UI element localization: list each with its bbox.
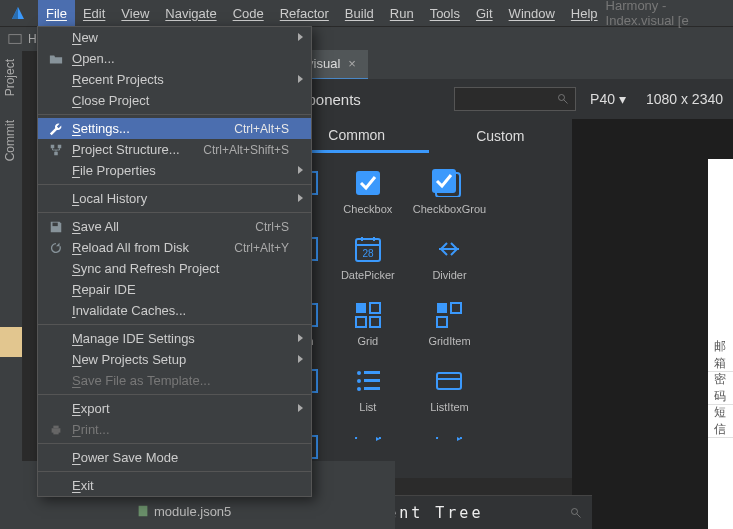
menu-item-label: Export [72,401,289,416]
svg-point-32 [572,509,578,515]
component-listitem[interactable]: ListItem [409,357,491,423]
chevron-right-icon [298,334,303,342]
menu-item-export[interactable]: Export [38,398,311,419]
blank-icon [48,331,64,347]
component-label: DatePicker [341,269,395,281]
menu-item-manage-ide-settings[interactable]: Manage IDE Settings [38,328,311,349]
menu-item-new-projects-setup[interactable]: New Projects Setup [38,349,311,370]
menu-code[interactable]: Code [225,0,272,26]
print-icon [48,422,64,438]
component-grid[interactable]: Grid [327,291,409,357]
menu-item-settings[interactable]: Settings...Ctrl+Alt+S [38,118,311,139]
menu-item-open[interactable]: Open... [38,48,311,69]
chevron-right-icon [298,166,303,174]
svg-rect-6 [432,169,456,193]
menu-view[interactable]: View [113,0,157,26]
menu-item-label: Repair IDE [72,282,289,297]
svg-rect-26 [364,379,380,382]
component-divider[interactable]: Divider [409,225,491,291]
blank-icon [48,401,64,417]
blank-icon [48,352,64,368]
blank-icon [48,30,64,46]
svg-rect-21 [437,317,447,327]
menu-item-save-all[interactable]: Save AllCtrl+S [38,216,311,237]
component-checkbox[interactable]: Checkbox [327,159,409,225]
components-grid: NCheckboxCheckboxGroun28DatePickerDivide… [285,153,572,478]
menu-item-label: Invalidate Caches... [72,303,289,318]
wrench-icon [48,121,64,137]
component-curve[interactable] [409,423,491,478]
list-icon [351,367,385,395]
menu-file[interactable]: File [38,0,75,26]
blank-icon [48,373,64,389]
menu-item-new[interactable]: New [38,27,311,48]
tab-custom[interactable]: Custom [429,119,573,153]
component-list[interactable]: List [327,357,409,423]
component-label: CheckboxGrou [413,203,486,215]
blank-icon [48,478,64,494]
gutter-tab-project[interactable]: Project [0,51,20,104]
svg-rect-19 [437,303,447,313]
menu-navigate[interactable]: Navigate [157,0,224,26]
svg-point-1 [559,95,565,101]
svg-point-25 [357,379,361,383]
checkbox-icon [351,169,385,197]
menu-refactor[interactable]: Refactor [272,0,337,26]
menu-item-power-save-mode[interactable]: Power Save Mode [38,447,311,468]
svg-rect-24 [364,371,380,374]
menu-window[interactable]: Window [501,0,563,26]
component-checkboxgroup[interactable]: CheckboxGrou [409,159,491,225]
menu-build[interactable]: Build [337,0,382,26]
gutter-highlight [0,327,22,357]
menu-item-label: Local History [72,191,289,206]
tree-row-file[interactable]: module.json5 [132,501,395,521]
window-title: Harmony - Index.visual [e [606,0,733,28]
svg-rect-4 [356,171,380,195]
menu-edit[interactable]: Edit [75,0,113,26]
svg-rect-42 [53,425,58,428]
menu-item-exit[interactable]: Exit [38,475,311,496]
svg-rect-38 [58,144,62,148]
menu-item-recent-projects[interactable]: Recent Projects [38,69,311,90]
menu-run[interactable]: Run [382,0,422,26]
menu-item-label: Sync and Refresh Project [72,261,289,276]
svg-rect-15 [356,303,366,313]
menu-item-label: Manage IDE Settings [72,331,289,346]
component-griditem[interactable]: GridItem [409,291,491,357]
menu-git[interactable]: Git [468,0,501,26]
app-logo-icon [8,4,28,22]
component-label: ListItem [430,401,469,413]
close-icon[interactable]: × [348,56,356,71]
svg-rect-40 [53,222,58,226]
component-datepicker[interactable]: 28DatePicker [327,225,409,291]
menu-item-label: Save All [72,219,255,234]
menu-item-invalidate-caches[interactable]: Invalidate Caches... [38,300,311,321]
checkboxgroup-icon [432,169,466,197]
svg-line-2 [564,100,568,104]
menu-help[interactable]: Help [563,0,606,26]
component-label: Divider [432,269,466,281]
menu-item-close-project[interactable]: Close Project [38,90,311,111]
menu-tools[interactable]: Tools [422,0,468,26]
menu-item-file-properties[interactable]: File Properties [38,160,311,181]
gutter-tab-commit[interactable]: Commit [0,112,20,169]
search-icon[interactable] [570,507,582,519]
menu-item-sync-and-refresh-project[interactable]: Sync and Refresh Project [38,258,311,279]
preview-field: 邮箱 [708,339,733,372]
device-selector[interactable]: P40 ▾ [590,91,626,107]
menu-item-label: Power Save Mode [72,450,289,465]
menu-item-local-history[interactable]: Local History [38,188,311,209]
folder-open-icon [48,51,64,67]
menu-item-reload-all-from-disk[interactable]: Reload All from DiskCtrl+Alt+Y [38,237,311,258]
svg-rect-43 [53,431,58,434]
menu-item-label: Close Project [72,93,289,108]
divider-icon [432,235,466,263]
svg-point-23 [357,371,361,375]
menu-shortcut: Ctrl+Alt+Y [234,241,289,255]
menu-item-project-structure[interactable]: Project Structure...Ctrl+Alt+Shift+S [38,139,311,160]
svg-rect-20 [451,303,461,313]
save-icon [48,219,64,235]
component-search-input[interactable] [454,87,576,111]
preview-pane: 邮箱 密码 短信 [572,119,733,529]
menu-item-repair-ide[interactable]: Repair IDE [38,279,311,300]
